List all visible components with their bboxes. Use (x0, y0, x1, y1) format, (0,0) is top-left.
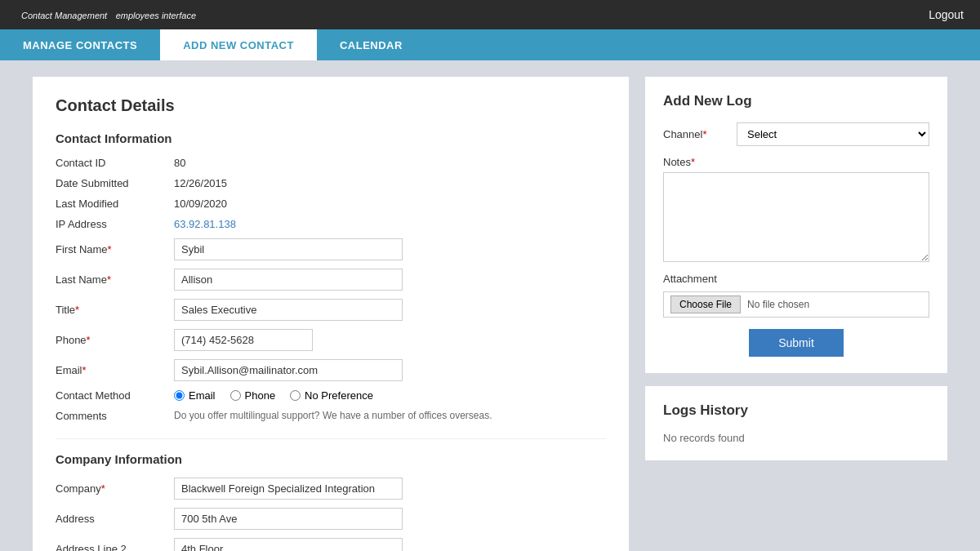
app-subtitle: employees interface (116, 11, 196, 20)
choose-file-button[interactable]: Choose File (670, 295, 741, 313)
title-input[interactable] (174, 299, 403, 321)
comments-text: Do you offer multilingual support? We ha… (174, 410, 492, 421)
company-info-section-title: Company Information (56, 452, 606, 466)
file-input-row: Choose File No file chosen (663, 291, 929, 318)
comments-row: Comments Do you offer multilingual suppo… (56, 410, 606, 425)
left-panel: Contact Details Contact Information Cont… (33, 77, 629, 551)
title-label: Title* (56, 304, 174, 316)
radio-phone[interactable]: Phone (230, 389, 276, 402)
phone-row: Phone* (56, 329, 606, 351)
contact-id-label: Contact ID (56, 157, 174, 169)
title-row: Title* (56, 299, 606, 321)
last-modified-value: 10/09/2020 (174, 198, 227, 210)
date-submitted-row: Date Submitted 12/26/2015 (56, 177, 606, 189)
channel-select[interactable]: Select (737, 122, 929, 146)
radio-no-pref-input[interactable] (290, 390, 301, 401)
channel-row: Channel* Select (663, 122, 929, 146)
logs-history-box: Logs History No records found (645, 386, 947, 460)
contact-info-section-title: Contact Information (56, 131, 606, 145)
address2-input[interactable] (174, 538, 403, 551)
attachment-label: Attachment (663, 273, 929, 285)
radio-email[interactable]: Email (174, 389, 216, 402)
app-title: Contact Management employees interface (16, 7, 196, 22)
radio-phone-input[interactable] (230, 390, 241, 401)
divider (56, 438, 606, 439)
nav-manage-contacts[interactable]: MANAGE CONTACTS (0, 29, 160, 60)
page-content: Contact Details Contact Information Cont… (0, 60, 980, 551)
topbar: Contact Management employees interface L… (0, 0, 980, 29)
first-name-row: First Name* (56, 238, 606, 260)
first-name-label: First Name* (56, 243, 174, 256)
attachment-container: Attachment Choose File No file chosen (663, 273, 929, 318)
last-name-label: Last Name* (56, 273, 174, 286)
logs-history-title: Logs History (663, 402, 929, 419)
file-no-file-label: No file chosen (747, 299, 809, 310)
phone-label: Phone* (56, 334, 174, 346)
contact-method-row: Contact Method Email Phone No Preference (56, 389, 606, 402)
phone-input[interactable] (174, 329, 313, 351)
nav-calendar[interactable]: CALENDAR (317, 29, 425, 60)
contact-id-row: Contact ID 80 (56, 157, 606, 169)
channel-label: Channel* (663, 128, 737, 140)
contact-id-value: 80 (174, 157, 185, 169)
company-label: Company* (56, 482, 174, 495)
address-input[interactable] (174, 508, 403, 530)
last-modified-label: Last Modified (56, 198, 174, 210)
address-label: Address (56, 513, 174, 525)
company-input[interactable] (174, 478, 403, 500)
logs-no-records: No records found (663, 432, 929, 444)
logout-button[interactable]: Logout (929, 8, 964, 21)
contact-method-label: Contact Method (56, 389, 174, 402)
navbar: MANAGE CONTACTS ADD NEW CONTACT CALENDAR (0, 29, 980, 60)
radio-no-preference[interactable]: No Preference (290, 389, 373, 402)
app-title-main: Contact Management (21, 11, 107, 20)
notes-textarea[interactable] (663, 172, 929, 262)
address2-label: Address Line 2 (56, 543, 174, 551)
first-name-input[interactable] (174, 238, 403, 260)
ip-address-value[interactable]: 63.92.81.138 (174, 218, 236, 230)
email-label: Email* (56, 364, 174, 376)
right-panel: Add New Log Channel* Select Notes* Attac (645, 77, 947, 551)
last-name-row: Last Name* (56, 269, 606, 291)
email-input[interactable] (174, 359, 403, 381)
radio-email-input[interactable] (174, 390, 185, 401)
comments-label: Comments (56, 410, 174, 422)
email-row: Email* (56, 359, 606, 381)
address-row: Address (56, 508, 606, 530)
add-log-box: Add New Log Channel* Select Notes* Attac (645, 77, 947, 373)
ip-address-label: IP Address (56, 218, 174, 230)
notes-container: Notes* (663, 156, 929, 264)
notes-label: Notes* (663, 156, 737, 168)
last-name-input[interactable] (174, 269, 403, 291)
contact-method-radio-group: Email Phone No Preference (174, 389, 373, 402)
last-modified-row: Last Modified 10/09/2020 (56, 198, 606, 210)
date-submitted-value: 12/26/2015 (174, 177, 227, 189)
company-row: Company* (56, 478, 606, 500)
ip-address-row: IP Address 63.92.81.138 (56, 218, 606, 230)
nav-add-new-contact[interactable]: ADD NEW CONTACT (160, 29, 317, 60)
address2-row: Address Line 2 (56, 538, 606, 551)
submit-button[interactable]: Submit (749, 329, 844, 357)
date-submitted-label: Date Submitted (56, 177, 174, 189)
add-log-title: Add New Log (663, 93, 929, 109)
panel-title: Contact Details (56, 96, 606, 115)
